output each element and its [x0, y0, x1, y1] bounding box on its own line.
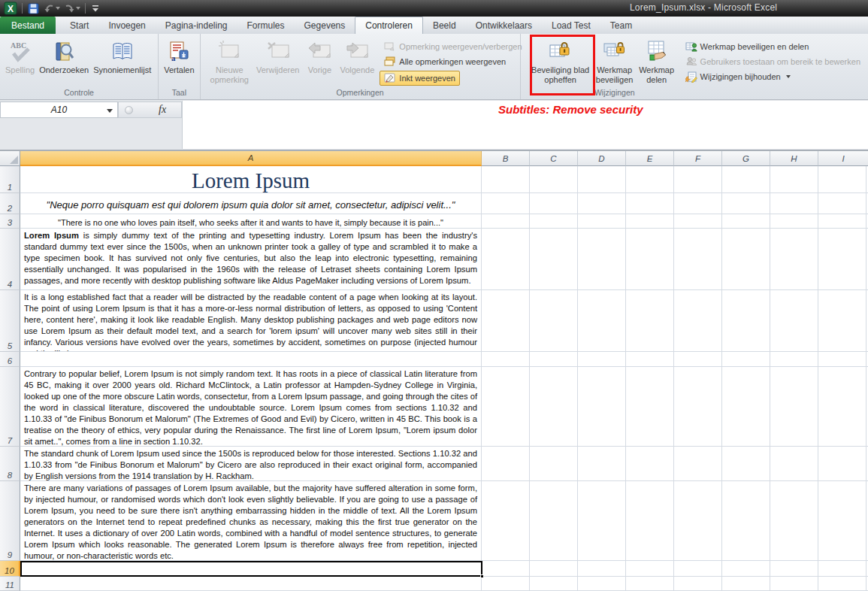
cell-a11[interactable] — [20, 577, 482, 591]
cell-a5[interactable]: It is a long established fact that a rea… — [20, 290, 482, 352]
share-workbook-icon — [644, 38, 670, 65]
name-box-dropdown-icon[interactable] — [107, 109, 113, 113]
tab-gegevens[interactable]: Gegevens — [295, 17, 355, 34]
row-5: 5 It is a long established fact that a r… — [0, 290, 868, 352]
undo-dropdown-icon[interactable] — [56, 7, 60, 10]
excel-logo-icon[interactable]: X — [3, 2, 18, 15]
volgende-button[interactable]: Volgende — [337, 36, 377, 77]
column-header-a[interactable]: A — [20, 151, 482, 166]
grid-cells[interactable] — [482, 193, 868, 214]
tab-pagina-indeling[interactable]: Pagina-indeling — [156, 17, 237, 34]
protect-share-icon — [685, 41, 697, 53]
column-header-f[interactable]: F — [674, 151, 722, 166]
undo-button[interactable] — [43, 2, 61, 15]
column-header-row: A B C D E F G H I — [0, 151, 868, 166]
grid-cells[interactable] — [482, 561, 868, 577]
tab-controleren[interactable]: Controleren — [355, 17, 423, 34]
grid-cells[interactable] — [482, 229, 868, 290]
row-2: 2 "Neque porro quisquam est qui dolorem … — [0, 193, 868, 214]
nieuwe-opmerking-button[interactable]: Nieuwe opmerking — [208, 36, 251, 86]
alle-opmerkingen-button[interactable]: Alle opmerkingen weergeven — [380, 54, 510, 69]
werkmap-beveiligen-button[interactable]: Werkmap beveiligen — [594, 36, 636, 86]
grid-cells[interactable] — [482, 577, 868, 591]
row-8: 8 The standard chunk of Lorem Ipsum used… — [0, 447, 868, 481]
select-all-button[interactable] — [0, 151, 20, 166]
vorige-button[interactable]: Vorige — [304, 36, 334, 77]
column-header-i[interactable]: I — [818, 151, 868, 166]
qat-customize-button[interactable] — [89, 2, 101, 15]
opmerking-weergeven-button[interactable]: Opmerking weergeven/verbergen — [380, 39, 526, 54]
cell-a4[interactable]: Lorem Ipsum is simply dummy text of the … — [20, 229, 482, 290]
grid-cells[interactable] — [482, 290, 868, 352]
synoniemenlijst-button[interactable]: Synoniemenlijst — [91, 36, 153, 77]
redo-button[interactable] — [63, 2, 81, 15]
grid-cells[interactable] — [482, 367, 868, 447]
column-header-g[interactable]: G — [722, 151, 770, 166]
tab-load-test[interactable]: Load Test — [542, 17, 600, 34]
werkmap-beveiligen-en-delen-button[interactable]: Werkmap beveiligen en delen — [681, 39, 814, 54]
active-cell-selection[interactable] — [20, 561, 482, 577]
quick-access-toolbar: X — [3, 2, 101, 15]
svg-text:ABC: ABC — [11, 41, 26, 50]
group-opmerkingen: Nieuwe opmerking Verwijderen Vorige Volg… — [201, 34, 521, 99]
cell-a2[interactable]: "Neque porro quisquam est qui dolorem ip… — [20, 193, 482, 214]
cell-a1[interactable]: Lorem Ipsum — [20, 166, 482, 193]
column-header-b[interactable]: B — [482, 151, 530, 166]
row-header-10[interactable]: 10 — [0, 561, 20, 577]
tab-invoegen[interactable]: Invoegen — [98, 17, 155, 34]
insert-function-button[interactable]: fx — [118, 102, 182, 118]
tab-beeld[interactable]: Beeld — [423, 17, 466, 34]
row-7: 7 Contrary to popular belief, Lorem Ipsu… — [0, 367, 868, 447]
cell-a6[interactable] — [20, 352, 482, 367]
inkt-weergeven-button[interactable]: Inkt weergeven — [380, 71, 460, 86]
spelling-icon: ABC — [8, 38, 32, 65]
grid-cells[interactable] — [482, 481, 868, 561]
tab-start[interactable]: Start — [60, 17, 98, 34]
spelling-button[interactable]: ABC Spelling — [3, 36, 37, 77]
tab-formules[interactable]: Formules — [237, 17, 295, 34]
protect-workbook-icon — [602, 38, 628, 65]
cell-a8[interactable]: The standard chunk of Lorem Ipsum used s… — [20, 447, 482, 481]
row-3: 3 "There is no one who loves pain itself… — [0, 214, 868, 229]
onderzoeken-button[interactable]: Onderzoeken — [37, 36, 91, 77]
row-header-11[interactable]: 11 — [0, 577, 20, 591]
row-header-8[interactable]: 8 — [0, 447, 20, 481]
tab-ontwikkelaars[interactable]: Ontwikkelaars — [466, 17, 542, 34]
grid-cells[interactable] — [482, 447, 868, 481]
column-header-c[interactable]: C — [530, 151, 578, 166]
wijzigingen-bijhouden-button[interactable]: Wijzigingen bijhouden — [681, 69, 795, 84]
svg-text:X: X — [8, 4, 14, 14]
gebruikers-toestaan-button[interactable]: Gebruikers toestaan om bereik te bewerke… — [681, 54, 865, 69]
cell-a7[interactable]: Contrary to popular belief, Lorem Ipsum … — [20, 367, 482, 447]
column-header-d[interactable]: D — [578, 151, 626, 166]
redo-dropdown-icon[interactable] — [76, 7, 80, 10]
cell-a9[interactable]: There are many variations of passages of… — [20, 481, 482, 561]
row-header-3[interactable]: 3 — [0, 214, 20, 229]
cell-a3[interactable]: "There is no one who loves pain itself, … — [20, 214, 482, 229]
column-header-e[interactable]: E — [626, 151, 674, 166]
grid-cells[interactable] — [482, 166, 868, 193]
cell-a4-rest: is simply dummy text of the printing and… — [24, 231, 477, 285]
row-header-9[interactable]: 9 — [0, 481, 20, 561]
row-9: 9 There are many variations of passages … — [0, 481, 868, 561]
save-button[interactable] — [26, 2, 41, 15]
beveiliging-blad-opheffen-button[interactable]: Beveiliging blad opheffen — [528, 36, 594, 86]
track-changes-icon — [685, 71, 697, 83]
fill-handle[interactable] — [480, 574, 484, 578]
tab-bestand[interactable]: Bestand — [0, 17, 56, 34]
grid-cells[interactable] — [482, 352, 868, 367]
name-box[interactable]: A10 — [0, 102, 118, 118]
row-header-5[interactable]: 5 — [0, 290, 20, 352]
row-header-4[interactable]: 4 — [0, 229, 20, 290]
tab-team[interactable]: Team — [600, 17, 642, 34]
row-header-7[interactable]: 7 — [0, 367, 20, 447]
row-header-2[interactable]: 2 — [0, 193, 20, 214]
row-header-6[interactable]: 6 — [0, 352, 20, 367]
werkmap-delen-button[interactable]: Werkmap delen — [636, 36, 678, 86]
verwijderen-button[interactable]: Verwijderen — [254, 36, 301, 77]
ink-pen-icon — [384, 72, 396, 84]
row-header-1[interactable]: 1 — [0, 166, 20, 193]
grid-cells[interactable] — [482, 214, 868, 229]
vertalen-button[interactable]: a Vertalen — [162, 36, 196, 77]
column-header-h[interactable]: H — [770, 151, 818, 166]
